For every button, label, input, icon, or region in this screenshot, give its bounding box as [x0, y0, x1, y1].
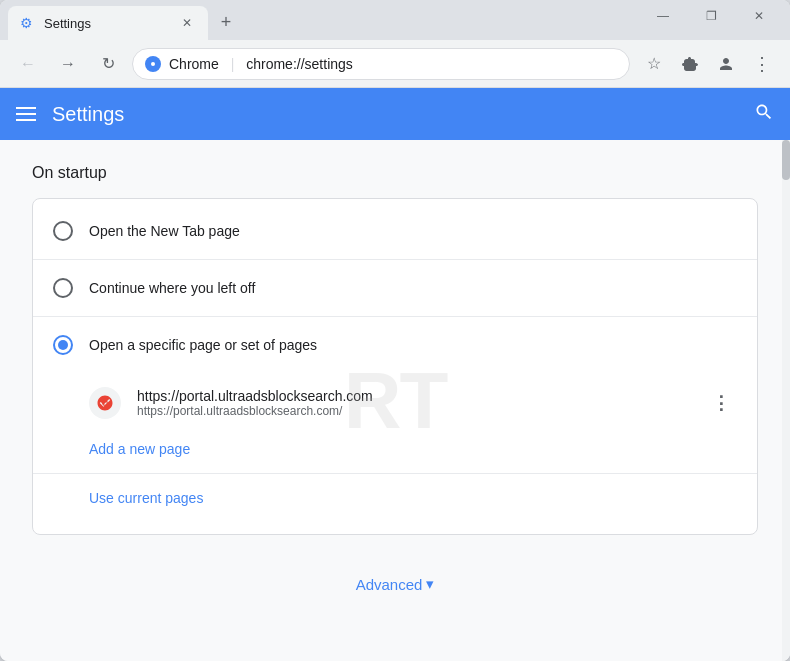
svg-point-1 [151, 62, 155, 66]
advanced-button[interactable]: Advanced ▾ [356, 575, 435, 593]
browser-toolbar: ← → ↻ Chrome | chrome://settings ☆ [0, 40, 790, 88]
scrollbar-track[interactable] [782, 140, 790, 661]
close-button[interactable]: ✕ [736, 0, 782, 32]
option-open-specific-label: Open a specific page or set of pages [89, 337, 317, 353]
page-url-primary: https://portal.ultraadsblocksearch.com [137, 388, 689, 404]
settings-header-left: Settings [16, 103, 124, 126]
window-controls: — ❐ ✕ [640, 0, 782, 40]
startup-page-item: https://portal.ultraadsblocksearch.com h… [89, 377, 737, 429]
chrome-menu-button[interactable]: ⋮ [746, 48, 778, 80]
settings-page-title: Settings [52, 103, 124, 126]
toolbar-actions: ☆ ⋮ [638, 48, 778, 80]
maximize-button[interactable]: ❐ [688, 0, 734, 32]
tab-favicon-icon: ⚙ [20, 15, 36, 31]
use-current-pages-button[interactable]: Use current pages [89, 478, 737, 518]
address-separator: | [231, 56, 235, 72]
option-continue-where-label: Continue where you left off [89, 280, 255, 296]
star-button[interactable]: ☆ [638, 48, 670, 80]
option-open-specific[interactable]: Open a specific page or set of pages [33, 321, 757, 369]
advanced-label: Advanced [356, 576, 423, 593]
profile-button[interactable] [710, 48, 742, 80]
settings-content-area: Settings RT On startup [0, 88, 790, 661]
settings-search-button[interactable] [754, 102, 774, 127]
radio-open-new-tab[interactable] [53, 221, 73, 241]
title-bar: ⚙ Settings ✕ + — ❐ ✕ [0, 0, 790, 40]
forward-button[interactable]: → [52, 48, 84, 80]
site-name: Chrome [169, 56, 219, 72]
option-open-new-tab[interactable]: Open the New Tab page [33, 207, 757, 255]
radio-continue-where[interactable] [53, 278, 73, 298]
tab-bar: ⚙ Settings ✕ + [8, 0, 640, 40]
divider-1 [33, 259, 757, 260]
scrollbar-thumb[interactable] [782, 140, 790, 180]
tab-close-button[interactable]: ✕ [178, 14, 196, 32]
hamburger-menu-button[interactable] [16, 107, 36, 121]
new-tab-button[interactable]: + [212, 8, 240, 36]
advanced-footer: Advanced ▾ [32, 559, 758, 617]
page-item-info: https://portal.ultraadsblocksearch.com h… [137, 388, 689, 418]
radio-open-specific[interactable] [53, 335, 73, 355]
option-continue-where[interactable]: Continue where you left off [33, 264, 757, 312]
page-item-favicon [89, 387, 121, 419]
extensions-button[interactable] [674, 48, 706, 80]
divider-2 [33, 316, 757, 317]
url-text: chrome://settings [246, 56, 353, 72]
browser-window: ⚙ Settings ✕ + — ❐ ✕ ← → ↻ Chrome [0, 0, 790, 661]
minimize-button[interactable]: — [640, 0, 686, 32]
add-new-page-button[interactable]: Add a new page [89, 429, 737, 469]
startup-options-card: Open the New Tab page Continue where you… [32, 198, 758, 535]
settings-main-content: RT On startup Open the New Tab page [0, 140, 790, 661]
chrome-favicon [145, 56, 161, 72]
address-bar[interactable]: Chrome | chrome://settings [132, 48, 630, 80]
advanced-arrow-icon: ▾ [426, 575, 434, 593]
page-url-secondary: https://portal.ultraadsblocksearch.com/ [137, 404, 689, 418]
divider-3 [33, 473, 757, 474]
back-button[interactable]: ← [12, 48, 44, 80]
tab-title: Settings [44, 16, 170, 31]
radio-inner-dot [58, 340, 68, 350]
page-item-menu-button[interactable]: ⋮ [705, 387, 737, 419]
startup-pages-list: https://portal.ultraadsblocksearch.com h… [33, 369, 757, 526]
option-open-new-tab-label: Open the New Tab page [89, 223, 240, 239]
active-tab[interactable]: ⚙ Settings ✕ [8, 6, 208, 40]
settings-header: Settings [0, 88, 790, 140]
address-text: Chrome | chrome://settings [169, 56, 617, 72]
reload-button[interactable]: ↻ [92, 48, 124, 80]
on-startup-section-title: On startup [32, 164, 758, 182]
